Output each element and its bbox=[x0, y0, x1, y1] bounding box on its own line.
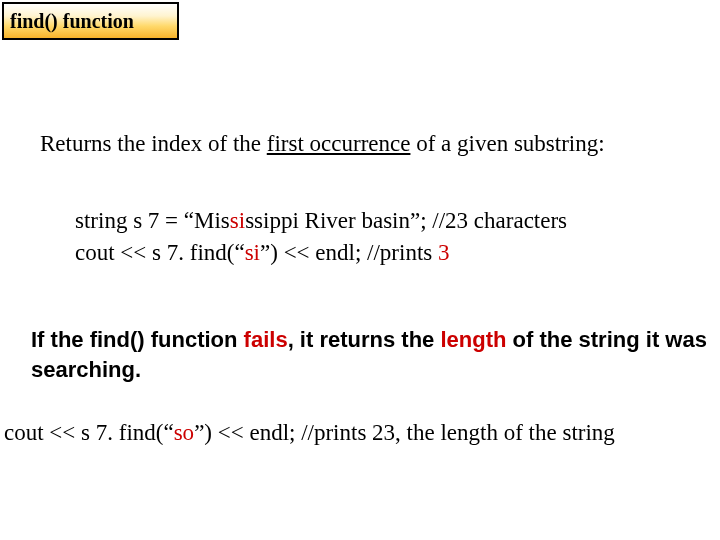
code-highlight: si bbox=[230, 208, 245, 233]
code-highlight: si bbox=[245, 240, 260, 265]
code-result: 3 bbox=[438, 240, 450, 265]
code-block-1: string s 7 = “Mississippi River basin”; … bbox=[75, 205, 710, 269]
fails-text: , it returns the bbox=[288, 327, 441, 352]
code-line-2: cout << s 7. find(“si”) << endl; //print… bbox=[75, 237, 710, 269]
code-block-2: cout << s 7. find(“so”) << endl; //print… bbox=[4, 420, 710, 446]
title-text: find() function bbox=[10, 10, 134, 33]
code-text: ssippi River basin”; //23 characters bbox=[245, 208, 567, 233]
intro-post: of a given substring: bbox=[410, 131, 604, 156]
fails-text: If the find() function bbox=[31, 327, 244, 352]
intro-pre: Returns the index of the bbox=[40, 131, 267, 156]
intro-line: Returns the index of the first occurrenc… bbox=[40, 131, 710, 157]
code-text: string s 7 = “Mis bbox=[75, 208, 230, 233]
fails-paragraph: If the find() function fails, it returns… bbox=[31, 325, 714, 384]
code-text: cout << s 7. find(“ bbox=[4, 420, 174, 445]
fails-word-fails: fails bbox=[244, 327, 288, 352]
intro-underlined: first occurrence bbox=[267, 131, 411, 156]
code-text: ”) << endl; //prints bbox=[260, 240, 438, 265]
code-text: cout << s 7. find(“ bbox=[75, 240, 245, 265]
fails-word-length: length bbox=[440, 327, 506, 352]
code-highlight: so bbox=[174, 420, 194, 445]
code-line-1: string s 7 = “Mississippi River basin”; … bbox=[75, 205, 710, 237]
code-text: ”) << endl; //prints 23, the length of t… bbox=[194, 420, 615, 445]
title-box: find() function bbox=[2, 2, 179, 40]
